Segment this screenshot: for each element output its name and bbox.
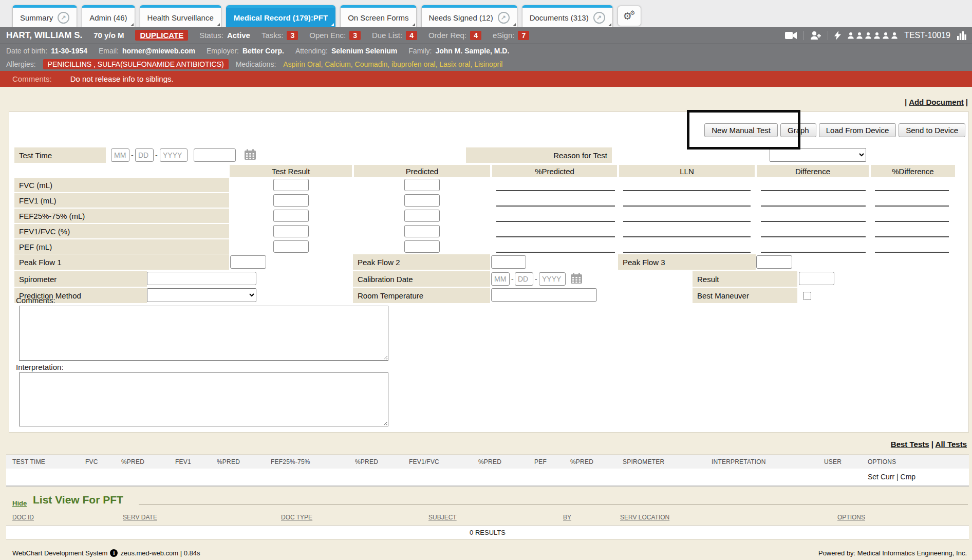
results-empty-row: Set Curr | Cmp (6, 469, 969, 487)
spirometer-input[interactable] (147, 272, 256, 285)
due-list-counter[interactable]: Due List: 4 (372, 31, 417, 40)
calendar-icon[interactable] (570, 273, 583, 284)
col-fev1-fvc: FEV1/FVC (409, 458, 439, 465)
esign-counter[interactable]: eSign: 7 (493, 31, 529, 40)
tab-admin[interactable]: Admin (46) (82, 5, 135, 27)
open-enc-counter[interactable]: Open Enc: 3 (309, 31, 361, 40)
duplicate-flag[interactable]: DUPLICATE (135, 30, 188, 41)
allergies-value[interactable]: PENICILLINS , SULFA(SULFONAMIDE ANTIBIOT… (43, 59, 229, 69)
list-col-subject[interactable]: SUBJECT (428, 514, 457, 521)
results-links: Best Tests | All Tests (891, 440, 967, 449)
list-col-doc-id[interactable]: DOC ID (12, 514, 34, 521)
bar-chart-icon[interactable] (957, 31, 967, 40)
fef-test-result-input[interactable] (273, 210, 309, 222)
attending-label: Attending: (295, 47, 328, 55)
result-input[interactable] (799, 272, 834, 285)
lightning-icon[interactable] (834, 31, 841, 40)
list-col-doc-type[interactable]: DOC TYPE (281, 514, 312, 521)
tab-on-screen-forms[interactable]: On Screen Forms (340, 5, 416, 27)
room-temperature-input[interactable] (491, 288, 597, 302)
list-col-by[interactable]: BY (563, 514, 571, 521)
allergies-medications-bar: Allergies: PENICILLINS , SULFA(SULFONAMI… (0, 58, 972, 71)
form-comments-textarea[interactable] (19, 306, 388, 361)
fev1fvc-test-result-input[interactable] (273, 225, 309, 237)
set-curr-cmp-action[interactable]: Set Curr | Cmp (868, 473, 915, 481)
load-from-device-button[interactable]: Load From Device (819, 123, 896, 137)
tab-on-screen-forms-label: On Screen Forms (348, 13, 408, 22)
tab-summary[interactable]: Summary ↗ (12, 5, 77, 27)
peak-flow-3-input[interactable] (756, 255, 792, 269)
all-tests-link[interactable]: All Tests (936, 440, 967, 449)
esign-count-badge[interactable]: 7 (518, 31, 529, 40)
pef-predicted-input[interactable] (404, 240, 440, 253)
list-col-serv-date[interactable]: SERV DATE (123, 514, 157, 521)
calibration-month-input[interactable] (491, 272, 510, 286)
main-tab-bar: Summary ↗ Admin (46) Health Surveillance… (0, 0, 972, 27)
test-time-month-input[interactable] (111, 148, 129, 162)
fev1-predicted-input[interactable] (404, 194, 440, 207)
interpretation-textarea[interactable] (19, 372, 388, 426)
prediction-method-select[interactable] (147, 288, 256, 302)
popout-arrow-icon[interactable]: ↗ (498, 12, 510, 24)
add-document-link[interactable]: Add Document (909, 98, 964, 106)
test-time-day-input[interactable] (135, 148, 154, 162)
tasks-counter[interactable]: Tasks: 3 (261, 31, 298, 40)
tab-documents[interactable]: Documents (313) ↗ (522, 5, 613, 27)
tasks-count-badge[interactable]: 3 (287, 31, 298, 40)
best-maneuver-checkbox[interactable] (803, 292, 811, 300)
employer-value: Better Corp. (242, 47, 284, 55)
peak-flow-1-label: Peak Flow 1 (14, 254, 229, 270)
col-fev1: FEV1 (175, 458, 191, 465)
list-col-options[interactable]: OPTIONS (837, 514, 865, 521)
info-icon[interactable]: i (110, 549, 118, 557)
calibration-year-input[interactable] (539, 272, 566, 286)
page-footer: WebChart Development System i zeus.med-w… (0, 546, 972, 560)
list-col-serv-location[interactable]: SERV LOCATION (620, 514, 669, 521)
family-label: Family: (408, 47, 432, 55)
peak-flow-2-input[interactable] (491, 255, 526, 269)
order-req-counter[interactable]: Order Req: 4 (428, 31, 481, 40)
reason-for-test-select[interactable] (770, 148, 866, 162)
best-tests-link[interactable]: Best Tests (891, 440, 929, 449)
tab-health-surveillance[interactable]: Health Surveillance (140, 5, 221, 27)
pef-test-result-input[interactable] (273, 240, 309, 253)
medications-value[interactable]: Aspirin Oral, Calcium, Coumadin, ibuprof… (283, 60, 502, 68)
tab-needs-signed[interactable]: Needs Signed (12) ↗ (421, 5, 517, 27)
calibration-day-input[interactable] (515, 272, 533, 286)
popout-arrow-icon[interactable]: ↗ (58, 12, 69, 24)
row-label-fev1: FEV1 (mL) (14, 193, 229, 208)
comments-bar-label: Comments: (12, 74, 52, 83)
fev1fvc-predicted-input[interactable] (404, 225, 440, 237)
tab-medical-record[interactable]: Medical Record (179):PFT (226, 5, 335, 27)
col-pred-2: %PRED (217, 458, 240, 465)
comments-bar-value: Do not release info to siblings. (70, 74, 174, 83)
send-to-device-button[interactable]: Send to Device (899, 123, 965, 137)
due-list-count-badge[interactable]: 4 (406, 31, 417, 40)
fvc-predicted-input[interactable] (404, 179, 440, 191)
tab-documents-label: Documents (313) (530, 13, 589, 22)
calendar-icon[interactable] (244, 149, 256, 160)
fvc-test-result-input[interactable] (273, 179, 309, 191)
open-enc-count-badge[interactable]: 3 (349, 31, 361, 40)
fef-predicted-input[interactable] (404, 210, 440, 222)
pft-form-panel: New Manual Test Graph Load From Device S… (9, 111, 969, 433)
fev1-test-result-input[interactable] (273, 194, 309, 207)
popout-arrow-icon[interactable]: ↗ (593, 12, 605, 24)
col-user: USER (824, 458, 842, 465)
occupant-icons[interactable] (847, 32, 898, 39)
settings-gears-icon[interactable]: ⚙⚙ (618, 6, 641, 26)
footer-server-info: zeus.med-web.com | 0.84s (120, 549, 200, 557)
patient-age-sex: 70 y/o M (94, 31, 124, 40)
test-time-time-input[interactable] (194, 148, 236, 162)
test-time-year-input[interactable] (160, 148, 188, 162)
order-req-count-badge[interactable]: 4 (470, 31, 481, 40)
video-camera-icon[interactable] (785, 31, 797, 40)
tab-summary-label: Summary (20, 13, 53, 22)
hide-list-view-link[interactable]: Hide (12, 499, 27, 507)
footer-powered-by: Powered by: Medical Informatics Engineer… (818, 549, 967, 557)
column-header-lln: LLN (619, 165, 755, 177)
peak-flow-1-input[interactable] (230, 255, 266, 269)
tab-medical-record-label: Medical Record (179):PFT (234, 13, 328, 22)
person-add-icon[interactable] (810, 31, 821, 40)
column-header-pct-predicted: %Predicted (492, 165, 617, 177)
